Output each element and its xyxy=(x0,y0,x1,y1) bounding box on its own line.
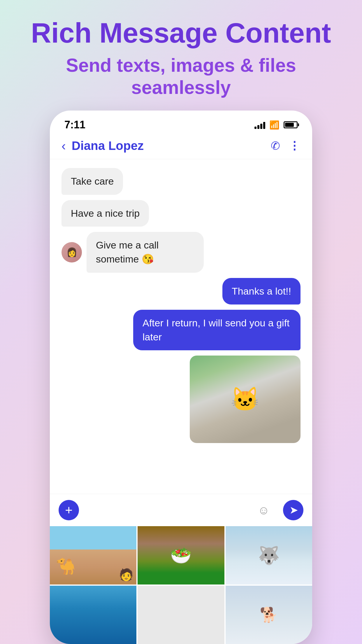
message-with-avatar: 👩 Give me a call sometime 😘 xyxy=(61,232,229,272)
photo-food: 🥗 xyxy=(138,526,224,584)
photo-cell-camel[interactable]: 🐪 🧑 xyxy=(50,526,136,584)
message-bubble: Thanks a lot!! xyxy=(222,278,301,305)
chat-messages: Take care Have a nice trip 👩 Give me a c… xyxy=(50,159,312,494)
wifi-icon: 📶 xyxy=(269,120,280,130)
chat-header: ‹ Diana Lopez ✆ ⋮ xyxy=(50,134,312,159)
image-message: 🐱 xyxy=(190,356,301,443)
status-bar: 7:11 📶 xyxy=(50,111,312,134)
avatar: 👩 xyxy=(61,242,82,262)
emoji-button[interactable]: ☺ xyxy=(258,504,270,517)
status-time: 7:11 xyxy=(64,119,85,131)
message-bubble: Give me a call sometime 😘 xyxy=(87,232,204,272)
send-button[interactable]: ➤ xyxy=(283,500,303,520)
header-actions: ✆ ⋮ xyxy=(271,139,301,152)
photo-empty xyxy=(138,586,224,644)
plus-icon: + xyxy=(65,503,73,517)
signal-icon xyxy=(254,121,265,129)
photo-cell-empty[interactable] xyxy=(138,586,224,644)
cat-image: 🐱 xyxy=(190,356,301,443)
status-icons: 📶 xyxy=(254,120,298,130)
photo-winter: 🐕 xyxy=(226,586,312,644)
input-area: + ☺ ➤ xyxy=(50,494,312,526)
send-icon: ➤ xyxy=(289,504,298,516)
message-bubble: After I return, I will send you a gift l… xyxy=(133,310,301,350)
header-section: Rich Message Content Send texts, images … xyxy=(0,0,362,111)
message-bubble: Take care xyxy=(61,168,123,195)
photo-dog: 🐺 xyxy=(226,526,312,584)
phone-icon[interactable]: ✆ xyxy=(271,139,280,152)
photo-ocean xyxy=(50,586,136,644)
sub-title: Send texts, images & files seamlessly xyxy=(17,54,345,99)
battery-icon xyxy=(284,121,298,128)
photo-cell-winter[interactable]: 🐕 xyxy=(226,586,312,644)
photo-grid: 🐪 🧑 🥗 🐺 🐕 xyxy=(50,526,312,644)
add-button[interactable]: + xyxy=(59,500,79,520)
phone-mockup: 7:11 📶 ‹ Diana Lopez ✆ ⋮ Take care xyxy=(50,111,312,644)
back-button[interactable]: ‹ xyxy=(61,139,66,153)
photo-cell-ocean[interactable] xyxy=(50,586,136,644)
photo-cell-dog[interactable]: 🐺 xyxy=(226,526,312,584)
photo-cell-food[interactable]: 🥗 xyxy=(138,526,224,584)
more-options-icon[interactable]: ⋮ xyxy=(289,139,301,152)
main-title: Rich Message Content xyxy=(17,18,345,48)
photo-camel: 🐪 🧑 xyxy=(50,526,136,584)
contact-name: Diana Lopez xyxy=(72,139,271,153)
message-bubble: Have a nice trip xyxy=(61,200,149,227)
